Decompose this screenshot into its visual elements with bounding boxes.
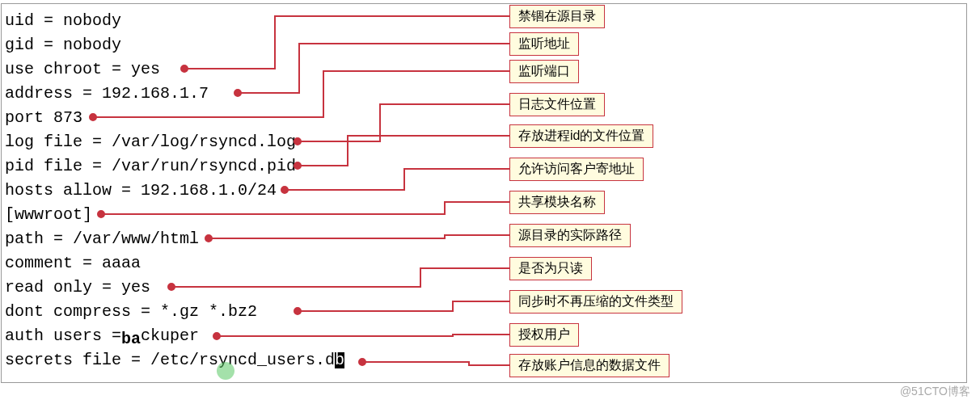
auth-users-prefix: auth users = [5, 326, 121, 345]
text-cursor: b [335, 352, 344, 368]
callout-hosts-allow: 允许访问客户寄地址 [509, 158, 644, 181]
callout-dont-compress: 同步时不再压缩的文件类型 [509, 290, 682, 314]
callout-read-only: 是否为只读 [509, 257, 592, 280]
cfg-address: address = 192.168.1.7 [5, 86, 209, 102]
green-cursor-spot [217, 362, 234, 380]
cfg-auth-users: auth users =backuper [5, 328, 199, 344]
callout-log-file: 日志文件位置 [509, 93, 605, 116]
cfg-use-chroot: use chroot = yes [5, 61, 160, 78]
cfg-comment: comment = aaaa [5, 255, 141, 271]
callout-chroot: 禁锢在源目录 [509, 5, 605, 28]
cfg-port: port 873 [5, 110, 82, 126]
cfg-uid: uid = nobody [5, 13, 121, 29]
cfg-dont-compress: dont compress = *.gz *.bz2 [5, 304, 257, 320]
cfg-secrets-file: secrets file = /etc/rsyncd_users.db [5, 352, 344, 368]
callout-module: 共享模块名称 [509, 191, 605, 214]
callout-pid-file: 存放进程id的文件位置 [509, 124, 653, 148]
auth-users-glitch: ba [121, 330, 141, 348]
secrets-prefix: secrets file = /etc/rsyncd_users.d [5, 351, 335, 369]
cfg-module: [wwwroot] [5, 207, 92, 223]
cfg-gid: gid = nobody [5, 37, 121, 53]
cfg-read-only: read only = yes [5, 280, 150, 296]
callout-secrets: 存放账户信息的数据文件 [509, 354, 670, 377]
cfg-path: path = /var/www/html [5, 231, 199, 247]
callout-path: 源目录的实际路径 [509, 224, 631, 247]
cfg-hosts-allow: hosts allow = 192.168.1.0/24 [5, 183, 277, 199]
callout-port: 监听端口 [509, 60, 579, 83]
callout-auth-users: 授权用户 [509, 323, 579, 347]
callout-address: 监听地址 [509, 32, 579, 56]
auth-users-suffix: ckuper [141, 326, 199, 345]
cfg-log-file: log file = /var/log/rsyncd.log [5, 134, 296, 150]
cfg-pid-file: pid file = /var/run/rsyncd.pid [5, 158, 296, 175]
watermark: @51CTO博客 [900, 385, 970, 399]
